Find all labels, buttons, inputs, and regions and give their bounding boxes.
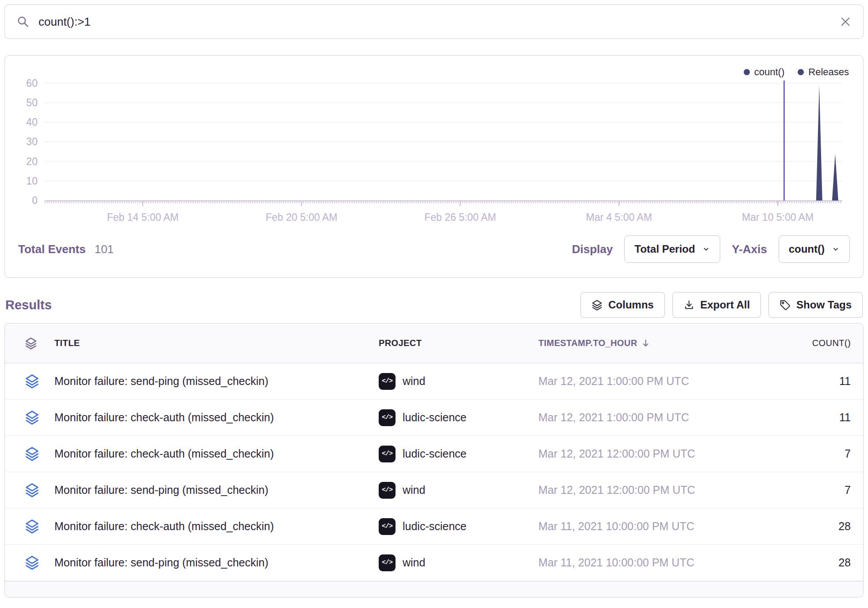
- header-title[interactable]: TITLE: [40, 338, 365, 348]
- y-axis-dropdown[interactable]: count(): [779, 235, 850, 263]
- count-value: 7: [759, 447, 863, 460]
- table-row[interactable]: Monitor failure: check-auth (missed_chec…: [5, 436, 863, 472]
- stack-icon: [25, 555, 39, 570]
- search-bar: [4, 4, 864, 39]
- table-row[interactable]: Monitor failure: send-ping (missed_check…: [5, 472, 863, 508]
- svg-text:Mar 4 5:00 AM: Mar 4 5:00 AM: [586, 212, 652, 223]
- row-icon-cell: [5, 519, 40, 534]
- display-dropdown[interactable]: Total Period: [624, 235, 720, 263]
- project-name: wind: [403, 556, 425, 569]
- project-cell: </>ludic-science: [365, 518, 525, 535]
- sort-descending-icon: [641, 339, 650, 348]
- table-row[interactable]: Monitor failure: send-ping (missed_check…: [5, 545, 863, 581]
- header-timestamp[interactable]: TIMESTAMP.TO_HOUR: [525, 338, 759, 348]
- layers-icon: [591, 300, 603, 311]
- total-events-value: 101: [95, 242, 114, 256]
- svg-text:50: 50: [26, 97, 38, 108]
- svg-text:10: 10: [26, 175, 38, 187]
- platform-code-icon: </>: [379, 518, 396, 535]
- export-all-button-label: Export All: [700, 299, 750, 311]
- legend-label-count: count(): [754, 66, 784, 78]
- project-cell: </>ludic-science: [365, 409, 525, 426]
- project-name: ludic-science: [403, 520, 467, 533]
- svg-text:60: 60: [26, 77, 38, 89]
- event-title[interactable]: Monitor failure: send-ping (missed_check…: [40, 484, 365, 496]
- platform-code-icon: </>: [379, 554, 396, 571]
- event-title[interactable]: Monitor failure: check-auth (missed_chec…: [40, 520, 365, 533]
- project-cell: </>wind: [365, 482, 525, 499]
- count-value: 11: [759, 375, 863, 388]
- results-table: TITLE PROJECT TIMESTAMP.TO_HOUR COUNT() …: [4, 323, 864, 597]
- header-timestamp-label: TIMESTAMP.TO_HOUR: [538, 338, 638, 348]
- header-icon-cell: [5, 337, 40, 350]
- stack-icon: [25, 483, 39, 497]
- row-icon-cell: [5, 483, 40, 497]
- total-events: Total Events 101: [18, 242, 114, 256]
- close-icon[interactable]: [839, 15, 852, 28]
- header-count[interactable]: COUNT(): [759, 338, 863, 348]
- show-tags-button-label: Show Tags: [796, 299, 852, 311]
- event-title[interactable]: Monitor failure: check-auth (missed_chec…: [40, 447, 365, 460]
- timestamp-value: Mar 12, 2021 1:00:00 PM UTC: [525, 375, 759, 388]
- event-title[interactable]: Monitor failure: check-auth (missed_chec…: [40, 411, 365, 424]
- timestamp-value: Mar 11, 2021 10:00:00 PM UTC: [525, 520, 759, 533]
- table-row[interactable]: Monitor failure: check-auth (missed_chec…: [5, 508, 863, 545]
- project-name: ludic-science: [403, 447, 467, 460]
- svg-text:40: 40: [26, 116, 38, 128]
- platform-code-icon: </>: [379, 373, 396, 390]
- stack-icon: [25, 410, 39, 425]
- count-value: 28: [759, 520, 863, 533]
- project-cell: </>wind: [365, 554, 525, 571]
- count-value: 11: [759, 411, 863, 424]
- row-icon-cell: [5, 555, 40, 570]
- header-project[interactable]: PROJECT: [365, 338, 525, 348]
- show-tags-button[interactable]: Show Tags: [768, 292, 863, 318]
- table-header-row: TITLE PROJECT TIMESTAMP.TO_HOUR COUNT(): [5, 323, 863, 363]
- legend-label-releases: Releases: [808, 66, 849, 78]
- results-header: Results Columns Export All Show Tags: [5, 292, 863, 318]
- svg-text:Feb 26 5:00 AM: Feb 26 5:00 AM: [424, 212, 496, 223]
- svg-text:Mar 10 5:00 AM: Mar 10 5:00 AM: [742, 212, 814, 223]
- chart-footer: Total Events 101 Display Total Period Y-…: [5, 226, 863, 272]
- platform-code-icon: </>: [379, 409, 396, 426]
- y-axis-dropdown-value: count(): [789, 243, 825, 255]
- project-cell: </>wind: [365, 373, 525, 390]
- legend-item-count[interactable]: count(): [744, 66, 784, 78]
- project-name: wind: [403, 484, 425, 496]
- total-events-label: Total Events: [18, 242, 86, 256]
- project-name: ludic-science: [403, 411, 467, 424]
- table-row[interactable]: Monitor failure: check-auth (missed_chec…: [5, 400, 863, 436]
- columns-button-label: Columns: [608, 299, 654, 311]
- project-cell: </>ludic-science: [365, 446, 525, 462]
- results-title: Results: [5, 298, 52, 312]
- svg-text:30: 30: [26, 136, 38, 147]
- stack-icon: [25, 446, 39, 461]
- timestamp-value: Mar 11, 2021 10:00:00 PM UTC: [525, 556, 759, 569]
- table-row[interactable]: Monitor failure: send-ping (missed_check…: [5, 363, 863, 400]
- svg-text:20: 20: [26, 156, 38, 167]
- table-footer-strip: [5, 581, 863, 597]
- search-input[interactable]: [38, 15, 831, 29]
- count-value: 7: [759, 484, 863, 496]
- legend-dot-releases-icon: [798, 69, 804, 75]
- chevron-down-icon: [832, 245, 840, 253]
- stack-icon: [25, 337, 37, 350]
- export-all-button[interactable]: Export All: [672, 292, 761, 318]
- download-icon: [684, 300, 695, 311]
- platform-code-icon: </>: [379, 446, 396, 462]
- event-title[interactable]: Monitor failure: send-ping (missed_check…: [40, 556, 365, 569]
- timestamp-value: Mar 12, 2021 12:00:00 PM UTC: [525, 447, 759, 460]
- event-title[interactable]: Monitor failure: send-ping (missed_check…: [40, 375, 365, 388]
- display-dropdown-value: Total Period: [634, 243, 695, 255]
- events-chart[interactable]: 0102030405060Feb 14 5:00 AMFeb 20 5:00 A…: [5, 56, 863, 226]
- columns-button[interactable]: Columns: [580, 292, 665, 318]
- legend-item-releases[interactable]: Releases: [798, 66, 849, 78]
- tag-icon: [780, 300, 791, 311]
- chart-controls: Display Total Period Y-Axis count(): [572, 235, 850, 263]
- results-actions: Columns Export All Show Tags: [580, 292, 863, 318]
- chevron-down-icon: [702, 245, 710, 253]
- legend-dot-count-icon: [744, 69, 750, 75]
- row-icon-cell: [5, 446, 40, 461]
- stack-icon: [25, 519, 39, 534]
- timestamp-value: Mar 12, 2021 12:00:00 PM UTC: [525, 484, 759, 496]
